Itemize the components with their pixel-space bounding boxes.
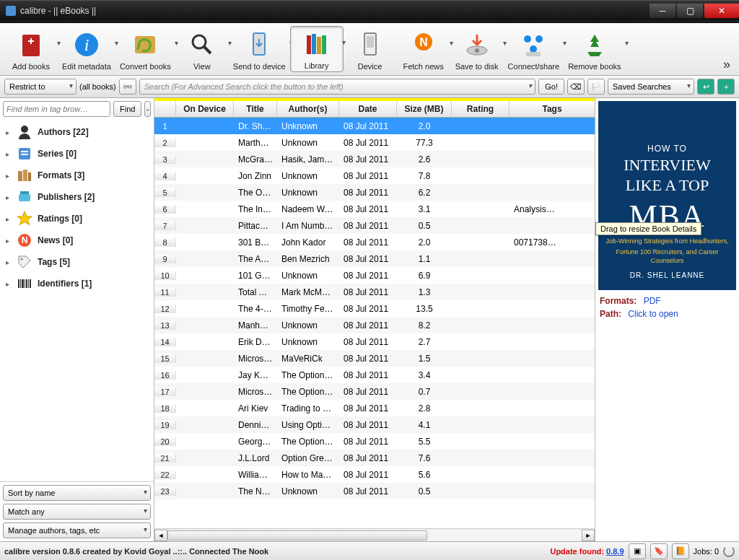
table-row[interactable]: 6The Infl…Nadeem Wal…08 Jul 20113.1Analy… — [154, 201, 595, 217]
match-combo[interactable]: Match any — [3, 504, 151, 520]
table-row[interactable]: 10101 Gre…Unknown08 Jul 20116.9 — [154, 267, 595, 284]
tag-item-news[interactable]: ▸NNews [0] — [0, 229, 154, 251]
manage-combo[interactable]: Manage authors, tags, etc — [3, 522, 151, 538]
expand-icon[interactable]: ▸ — [3, 280, 12, 288]
layout-button-1[interactable]: ▣ — [629, 543, 646, 559]
save-to-disk-button[interactable]: ▾ Save to disk — [450, 27, 504, 72]
jobs-label[interactable]: Jobs: 0 — [694, 547, 719, 556]
row-number[interactable]: 3 — [154, 155, 176, 164]
sort-combo[interactable]: Sort by name — [3, 485, 151, 501]
table-row[interactable]: 3McGraw…Hasik, James …08 Jul 20112.6 — [154, 151, 595, 167]
device-button[interactable]: Device — [344, 27, 397, 72]
table-row[interactable]: 15Microso…MaVeRiCk08 Jul 20111.5 — [154, 350, 595, 367]
library-button[interactable]: ▾ Library — [290, 26, 344, 72]
header-tags[interactable]: Tags — [510, 101, 595, 117]
table-row[interactable]: 19Dennis …Using Option…08 Jul 20114.1 — [154, 416, 595, 433]
table-row[interactable]: 9The Acc…Ben Mezrich08 Jul 20111.1 — [154, 250, 595, 267]
expand-icon[interactable]: ▸ — [3, 172, 12, 180]
expand-icon[interactable]: ▸ — [3, 193, 12, 201]
advanced-search-button[interactable]: 👓 — [119, 79, 136, 95]
connect-share-button[interactable]: ▾ Connect/share — [504, 27, 564, 72]
close-button[interactable]: ✕ — [704, 4, 739, 18]
expand-icon[interactable]: ▸ — [3, 237, 12, 245]
minimize-button[interactable]: ─ — [650, 4, 675, 18]
expand-icon[interactable]: ▸ — [3, 215, 12, 223]
table-row[interactable]: 20George …The Options …08 Jul 20115.5 — [154, 433, 595, 450]
tag-collapse-button[interactable]: - — [144, 101, 151, 117]
horizontal-scrollbar[interactable]: ◄ ► — [154, 528, 595, 541]
header-size[interactable]: Size (MB) — [397, 101, 452, 117]
table-row[interactable]: 17Microso…The Options …08 Jul 20110.7 — [154, 383, 595, 400]
row-number[interactable]: 4 — [154, 172, 176, 180]
table-row[interactable]: 22William …How to Make…08 Jul 20115.6 — [154, 466, 595, 483]
maximize-button[interactable]: ▢ — [677, 4, 703, 18]
table-row[interactable]: 11Total An…Mark McMan…08 Jul 20111.3 — [154, 284, 595, 300]
row-number[interactable]: 6 — [154, 205, 176, 214]
header-ondevice[interactable]: On Device — [176, 101, 234, 117]
add-saved-search-button[interactable]: ＋ — [717, 79, 735, 95]
clear-search-button[interactable]: ⌫ — [567, 79, 585, 95]
scroll-right-button[interactable]: ► — [582, 530, 595, 541]
scroll-thumb[interactable] — [167, 530, 427, 541]
table-row[interactable]: 4Jon ZinnUnknown08 Jul 20117.8 — [154, 167, 595, 184]
update-link[interactable]: 0.8.9 — [606, 547, 624, 556]
edit-metadata-button[interactable]: i ▾ Edit metadata — [58, 27, 115, 72]
remove-books-button[interactable]: ▾ Remove books — [564, 27, 625, 72]
row-number[interactable]: 10 — [154, 271, 176, 280]
row-number[interactable]: 23 — [154, 487, 176, 496]
table-row[interactable]: 23The NE…Unknown08 Jul 20110.5 — [154, 483, 595, 499]
tag-item-ratings[interactable]: ▸Ratings [0] — [0, 208, 154, 229]
row-number[interactable]: 17 — [154, 388, 176, 396]
table-row[interactable]: 7Pittacus…I Am Numbe…08 Jul 20110.5 — [154, 217, 595, 234]
row-number[interactable]: 12 — [154, 305, 176, 313]
row-number[interactable]: 20 — [154, 437, 176, 446]
tag-item-publishers[interactable]: ▸Publishers [2] — [0, 186, 154, 208]
add-books-button[interactable]: ▾ Add books — [4, 27, 58, 72]
saved-searches-combo[interactable]: Saved Searches — [608, 79, 694, 95]
row-number[interactable]: 13 — [154, 321, 176, 330]
header-rownum[interactable] — [154, 101, 176, 117]
scroll-track[interactable] — [167, 530, 582, 541]
row-number[interactable]: 2 — [154, 139, 176, 147]
row-number[interactable]: 16 — [154, 371, 176, 380]
layout-button-2[interactable]: 🔖 — [650, 543, 668, 559]
tag-item-identifiers[interactable]: ▸Identifiers [1] — [0, 273, 154, 294]
row-number[interactable]: 18 — [154, 404, 176, 413]
row-number[interactable]: 21 — [154, 454, 176, 463]
view-button[interactable]: ▾ View — [175, 27, 229, 72]
expand-icon[interactable]: ▸ — [3, 128, 12, 136]
convert-books-button[interactable]: ▾ Convert books — [115, 27, 175, 72]
tag-find-button[interactable]: Find — [113, 101, 141, 117]
highlight-button[interactable]: 🏳️ — [587, 79, 605, 95]
table-row[interactable]: 8301 Best…John Kador08 Jul 20112.0007173… — [154, 234, 595, 250]
row-number[interactable]: 8 — [154, 238, 176, 247]
save-search-button[interactable]: ↩ — [697, 79, 714, 95]
path-link[interactable]: Click to open — [628, 309, 678, 319]
table-row[interactable]: 18Ari KievTrading to Wi…08 Jul 20112.8 — [154, 400, 595, 416]
tag-item-tags[interactable]: ▸Tags [5] — [0, 251, 154, 273]
go-button[interactable]: Go! — [538, 79, 564, 95]
row-number[interactable]: 14 — [154, 338, 176, 346]
row-number[interactable]: 9 — [154, 255, 176, 263]
row-number[interactable]: 15 — [154, 354, 176, 363]
layout-button-3[interactable]: 📙 — [672, 543, 689, 559]
row-number[interactable]: 22 — [154, 471, 176, 479]
scroll-left-button[interactable]: ◄ — [154, 530, 167, 541]
row-number[interactable]: 7 — [154, 222, 176, 230]
row-number[interactable]: 5 — [154, 188, 176, 197]
header-rating[interactable]: Rating — [452, 101, 510, 117]
tag-item-series[interactable]: ▸Series [0] — [0, 143, 154, 165]
table-row[interactable]: 1Dr. Shel …Unknown08 Jul 20112.0 — [154, 118, 595, 134]
table-row[interactable]: 12The 4-H…Timothy Ferriss08 Jul 201113.5 — [154, 300, 595, 317]
header-title[interactable]: Title — [234, 101, 277, 117]
header-date[interactable]: Date — [339, 101, 397, 117]
table-row[interactable]: 16Jay Kae…The Option T…08 Jul 20113.4 — [154, 367, 595, 383]
expand-icon[interactable]: ▸ — [3, 150, 12, 158]
chevron-down-icon[interactable]: ▾ — [625, 39, 629, 47]
header-authors[interactable]: Author(s) — [277, 101, 339, 117]
table-row[interactable]: 13Manhat…Unknown08 Jul 20118.2 — [154, 317, 595, 333]
send-to-device-button[interactable]: ▾ Send to device — [229, 27, 290, 72]
table-row[interactable]: 21J.L.LordOption Greek…08 Jul 20117.6 — [154, 450, 595, 466]
search-input[interactable]: Search (For Advanced Search click the bu… — [139, 79, 536, 95]
row-number[interactable]: 11 — [154, 288, 176, 297]
